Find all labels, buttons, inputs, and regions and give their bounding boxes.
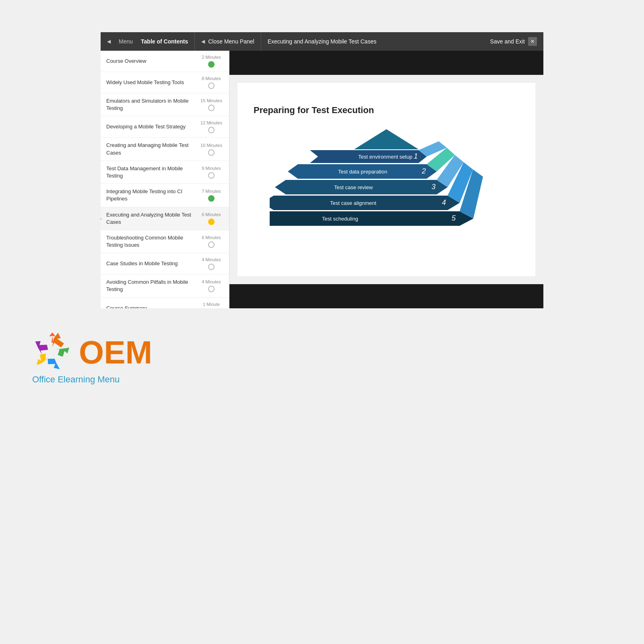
main-content: Course Overview 2 Minutes Widely Used Mo… bbox=[101, 51, 543, 308]
toc-item-label: Course Overview bbox=[106, 58, 199, 65]
toc-item-meta: 4 Minutes bbox=[199, 279, 223, 292]
toc-item-meta: 9 Minutes bbox=[199, 166, 223, 179]
toc-item-meta: 7 Minutes bbox=[199, 189, 223, 202]
toc-item-label: Case Studies in Mobile Testing bbox=[106, 260, 199, 267]
top-navigation: ◀ Menu Table of Contents ◀ Close Menu Pa… bbox=[101, 32, 543, 51]
pyramid-label-4: Test case alignment bbox=[330, 200, 376, 206]
pyramid-top-face bbox=[354, 129, 419, 149]
oem-logo-icon bbox=[32, 332, 72, 373]
pyramid-label-3: Test case review bbox=[334, 184, 373, 190]
pyramid-number-3: 3 bbox=[431, 183, 436, 191]
toc-item-course-overview[interactable]: Course Overview 2 Minutes bbox=[101, 51, 229, 72]
toc-status-circle bbox=[208, 61, 215, 68]
toc-status-circle bbox=[208, 195, 215, 202]
logo-tagline: Office Elearning Menu bbox=[32, 374, 120, 385]
toc-item-emulators[interactable]: Emulators and Simulators in Mobile Testi… bbox=[101, 93, 229, 116]
slide-title-nav: Executing and Analyzing Mobile Test Case… bbox=[261, 38, 484, 45]
toc-item-minutes: 6 Minutes bbox=[202, 235, 221, 240]
content-area: Preparing for Test Execution Test enviro… bbox=[229, 51, 543, 308]
toc-item-summary[interactable]: Course Summary 1 Minute bbox=[101, 298, 229, 308]
slide-title-text: Executing and Analyzing Mobile Test Case… bbox=[268, 38, 377, 45]
toc-label[interactable]: Table of Contents bbox=[141, 38, 188, 45]
oem-text: OEM bbox=[79, 336, 152, 369]
save-label[interactable]: Save and Exit bbox=[490, 38, 525, 45]
toc-item-minutes: 12 Minutes bbox=[200, 120, 222, 125]
close-panel-section[interactable]: ◀ Close Menu Panel bbox=[195, 32, 261, 51]
menu-section[interactable]: ◀ Menu Table of Contents bbox=[101, 32, 195, 51]
toc-status-circle bbox=[208, 172, 215, 179]
logo-wrapper: OEM bbox=[32, 332, 152, 373]
pyramid-number-2: 2 bbox=[421, 167, 426, 175]
toc-item-minutes: 7 Minutes bbox=[202, 189, 221, 194]
toc-item-minutes: 9 Minutes bbox=[202, 166, 221, 171]
active-arrow-icon: ▶ bbox=[101, 215, 101, 222]
svg-marker-4 bbox=[33, 340, 49, 356]
sidebar-toc: Course Overview 2 Minutes Widely Used Mo… bbox=[101, 51, 229, 308]
toc-item-minutes: 10 Minutes bbox=[200, 143, 222, 148]
toc-item-minutes: 15 Minutes bbox=[200, 98, 222, 103]
toc-item-label: Test Data Management in Mobile Testing bbox=[106, 165, 199, 180]
toc-item-minutes: 4 Minutes bbox=[202, 279, 221, 284]
pyramid-layer-5 bbox=[270, 211, 473, 226]
toc-item-meta: 15 Minutes bbox=[199, 98, 223, 111]
content-top-bar bbox=[229, 51, 543, 75]
svg-marker-2 bbox=[47, 354, 61, 369]
back-arrow-icon: ◀ bbox=[107, 39, 111, 44]
close-panel-label[interactable]: Close Menu Panel bbox=[208, 38, 254, 45]
toc-item-label: Creating and Managing Mobile Test Cases bbox=[106, 142, 199, 156]
toc-item-minutes: 6 Minutes bbox=[202, 212, 221, 217]
pyramid-number-5: 5 bbox=[452, 214, 456, 222]
toc-item-test-data[interactable]: Test Data Management in Mobile Testing 9… bbox=[101, 161, 229, 184]
toc-status-circle bbox=[208, 105, 215, 111]
toc-status-circle bbox=[208, 83, 215, 89]
logo-section: OEM Office Elearning Menu bbox=[0, 308, 644, 401]
toc-item-minutes: 2 Minutes bbox=[202, 55, 221, 60]
toc-item-meta: 10 Minutes bbox=[199, 143, 223, 156]
content-slide: Preparing for Test Execution Test enviro… bbox=[229, 75, 543, 284]
toc-item-label: Avoiding Common Pitfalls in Mobile Testi… bbox=[106, 279, 199, 293]
menu-label[interactable]: Menu bbox=[119, 38, 133, 45]
save-exit-section[interactable]: Save and Exit ✕ bbox=[484, 37, 543, 46]
toc-item-avoiding[interactable]: Avoiding Common Pitfalls in Mobile Testi… bbox=[101, 275, 229, 297]
toc-item-label: Widely Used Mobile Testing Tools bbox=[106, 79, 199, 86]
toc-item-label: Executing and Analyzing Mobile Test Case… bbox=[106, 211, 199, 226]
pyramid-number-4: 4 bbox=[442, 198, 446, 206]
toc-status-circle bbox=[208, 264, 215, 270]
content-bottom-bar bbox=[229, 284, 543, 308]
pyramid-svg: Test environment setup 1 Test data prepa… bbox=[270, 125, 503, 254]
toc-item-minutes: 8 Minutes bbox=[202, 76, 221, 81]
toc-status-circle bbox=[208, 286, 215, 292]
close-arrow-icon: ◀ bbox=[201, 39, 205, 44]
toc-status-circle bbox=[208, 127, 215, 133]
toc-item-meta: 1 Minute bbox=[199, 302, 223, 308]
pyramid-diagram: Test environment setup 1 Test data prepa… bbox=[254, 125, 519, 254]
toc-status-circle bbox=[208, 149, 215, 156]
toc-item-troubleshooting[interactable]: Troubleshooting Common Mobile Testing Is… bbox=[101, 230, 229, 253]
svg-marker-3 bbox=[36, 353, 50, 365]
slide-main-title: Preparing for Test Execution bbox=[254, 105, 374, 116]
toc-item-widely-used[interactable]: Widely Used Mobile Testing Tools 8 Minut… bbox=[101, 72, 229, 93]
toc-item-label: Course Summary bbox=[106, 305, 199, 308]
toc-item-creating[interactable]: Creating and Managing Mobile Test Cases … bbox=[101, 138, 229, 161]
toc-item-case-studies[interactable]: Case Studies in Mobile Testing 4 Minutes bbox=[101, 253, 229, 275]
toc-item-label: Integrating Mobile Testing into CI Pipel… bbox=[106, 188, 199, 202]
close-button[interactable]: ✕ bbox=[528, 37, 537, 46]
svg-marker-1 bbox=[55, 345, 69, 357]
toc-item-meta: 8 Minutes bbox=[199, 76, 223, 89]
slide-container: Preparing for Test Execution Test enviro… bbox=[237, 83, 535, 276]
toc-item-meta: 6 Minutes bbox=[199, 235, 223, 248]
pyramid-label-1: Test environment setup bbox=[358, 154, 412, 160]
toc-item-label: Emulators and Simulators in Mobile Testi… bbox=[106, 97, 199, 112]
toc-item-developing[interactable]: Developing a Mobile Test Strategy 12 Min… bbox=[101, 116, 229, 138]
toc-item-label: Developing a Mobile Test Strategy bbox=[106, 123, 199, 130]
toc-item-meta: 4 Minutes bbox=[199, 257, 223, 270]
toc-item-meta: 2 Minutes bbox=[199, 55, 223, 68]
pyramid-label-2: Test data preparation bbox=[338, 169, 387, 175]
toc-item-meta: 12 Minutes bbox=[199, 120, 223, 133]
toc-status-circle bbox=[208, 219, 215, 225]
toc-item-label: Troubleshooting Common Mobile Testing Is… bbox=[106, 234, 199, 249]
toc-item-integrating[interactable]: Integrating Mobile Testing into CI Pipel… bbox=[101, 184, 229, 207]
toc-item-minutes: 1 Minute bbox=[203, 302, 220, 307]
toc-item-executing[interactable]: ▶ Executing and Analyzing Mobile Test Ca… bbox=[101, 207, 229, 230]
pyramid-number-1: 1 bbox=[414, 152, 418, 160]
